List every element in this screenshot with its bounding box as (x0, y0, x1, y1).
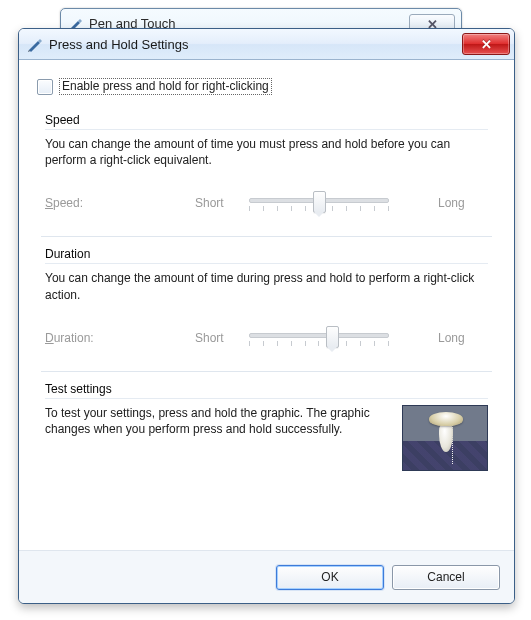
duration-min-label: Short (195, 331, 241, 345)
enable-press-hold-checkbox[interactable] (37, 79, 53, 95)
speed-description: You can change the amount of time you mu… (45, 136, 488, 168)
duration-ticks (249, 341, 389, 346)
dialog-content: Enable press and hold for right-clicking… (19, 60, 514, 552)
speed-slider[interactable] (249, 188, 389, 218)
speed-title: Speed (45, 113, 488, 130)
duration-section: Duration You can change the amount of ti… (41, 236, 492, 370)
duration-description: You can change the amount of time during… (45, 270, 488, 302)
speed-max-label: Long (438, 196, 488, 210)
test-title: Test settings (45, 382, 488, 399)
duration-slider-row: Duration: Short Long (45, 323, 488, 353)
press-and-hold-dialog: Press and Hold Settings ✕ Enable press a… (18, 28, 515, 604)
test-section: Test settings To test your settings, pre… (41, 371, 492, 489)
test-description: To test your settings, press and hold th… (45, 405, 390, 437)
duration-slider-thumb (326, 326, 339, 348)
duration-slider[interactable] (249, 323, 389, 353)
speed-section: Speed You can change the amount of time … (41, 113, 492, 236)
speed-slider-thumb (313, 191, 326, 213)
duration-label: Duration: (45, 331, 195, 345)
enable-press-hold-label[interactable]: Enable press and hold for right-clicking (59, 78, 272, 95)
cancel-button[interactable]: Cancel (392, 565, 500, 590)
dialog-title: Press and Hold Settings (49, 37, 188, 52)
speed-min-label: Short (195, 196, 241, 210)
test-graphic[interactable] (402, 405, 488, 471)
close-icon: ✕ (481, 37, 492, 52)
speed-label: Speed: (45, 196, 195, 210)
duration-max-label: Long (438, 331, 488, 345)
speed-slider-row: Speed: Short Long (45, 188, 488, 218)
dialog-titlebar[interactable]: Press and Hold Settings ✕ (19, 29, 514, 60)
pen-icon (27, 36, 43, 52)
dialog-close-button[interactable]: ✕ (462, 33, 510, 55)
dialog-footer: OK Cancel (19, 550, 514, 603)
duration-title: Duration (45, 247, 488, 264)
enable-row: Enable press and hold for right-clicking (37, 78, 496, 95)
ok-button[interactable]: OK (276, 565, 384, 590)
